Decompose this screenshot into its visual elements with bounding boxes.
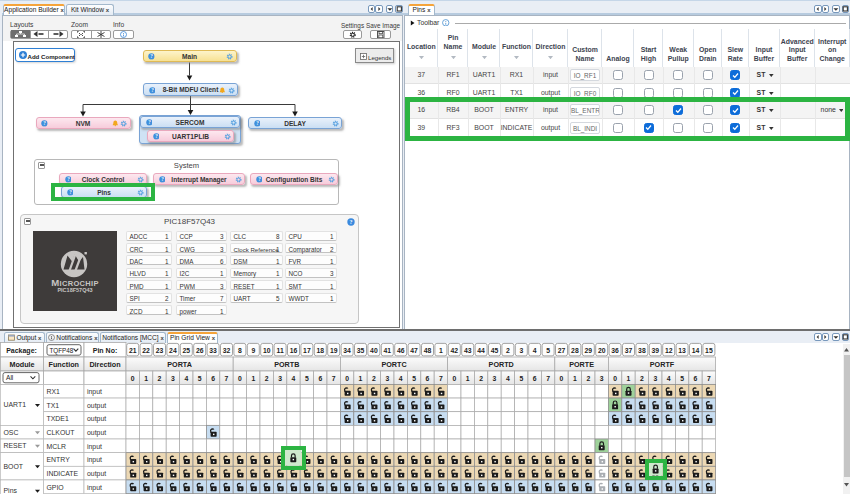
svg-text:5: 5 [198,375,202,382]
svg-text:input: input [87,388,102,396]
svg-text:6: 6 [426,375,430,382]
svg-text:3: 3 [493,375,497,382]
svg-text:27: 27 [558,347,566,354]
svg-text:43: 43 [464,347,472,354]
svg-text:17: 17 [303,347,311,354]
svg-text:6: 6 [694,375,698,382]
svg-text:0: 0 [345,375,349,382]
svg-text:36: 36 [611,347,619,354]
svg-text:6: 6 [318,375,322,382]
svg-text:25: 25 [183,347,191,354]
svg-text:PORTF: PORTF [650,360,675,369]
svg-text:Function: Function [49,360,79,369]
svg-text:RX1: RX1 [47,388,61,395]
svg-text:2: 2 [479,375,483,382]
svg-text:4: 4 [399,375,403,382]
svg-text:2: 2 [586,375,590,382]
svg-text:24: 24 [169,347,177,354]
svg-text:4: 4 [506,375,510,382]
svg-text:4: 4 [184,375,188,382]
svg-text:PORTB: PORTB [274,360,299,369]
svg-text:TXDE1: TXDE1 [47,415,69,422]
svg-text:TQFP48: TQFP48 [50,347,74,355]
svg-text:44: 44 [477,347,485,354]
svg-text:2: 2 [372,375,376,382]
svg-text:18: 18 [317,347,325,354]
svg-text:RESET: RESET [4,442,28,449]
svg-text:5: 5 [519,375,523,382]
svg-text:output: output [87,402,106,410]
svg-text:7: 7 [707,375,711,382]
svg-text:MCLR: MCLR [47,443,67,450]
svg-text:12: 12 [665,347,673,354]
svg-text:0: 0 [452,375,456,382]
svg-text:3: 3 [171,375,175,382]
svg-text:PORTD: PORTD [489,360,514,369]
svg-text:47: 47 [410,347,418,354]
svg-text:5: 5 [412,375,416,382]
svg-text:0: 0 [238,375,242,382]
svg-text:1: 1 [627,375,631,382]
svg-text:15: 15 [705,347,713,354]
svg-text:48: 48 [424,347,432,354]
svg-text:7: 7 [546,375,550,382]
svg-text:1: 1 [573,375,577,382]
svg-text:ENTRY: ENTRY [47,456,71,463]
svg-text:CLKOUT: CLKOUT [47,429,76,436]
svg-text:GPIO: GPIO [47,484,65,491]
svg-text:7: 7 [332,375,336,382]
svg-text:20: 20 [598,347,606,354]
svg-text:5: 5 [305,375,309,382]
svg-text:0: 0 [560,375,564,382]
svg-text:input: input [87,456,102,464]
svg-text:Package:: Package: [6,347,37,355]
svg-text:4: 4 [292,375,296,382]
svg-text:2: 2 [158,375,162,382]
svg-text:22: 22 [142,347,150,354]
svg-text:8: 8 [238,347,242,354]
svg-text:1: 1 [466,375,470,382]
svg-text:0: 0 [613,375,617,382]
svg-text:3: 3 [385,375,389,382]
svg-text:Pins: Pins [4,487,18,494]
svg-text:33: 33 [209,347,217,354]
svg-text:6: 6 [533,375,537,382]
svg-text:output: output [87,470,106,478]
svg-text:5: 5 [680,375,684,382]
svg-text:5: 5 [546,347,550,354]
svg-text:1: 1 [251,375,255,382]
svg-text:PORTA: PORTA [167,360,192,369]
svg-text:3: 3 [519,347,523,354]
svg-text:4: 4 [533,347,537,354]
svg-text:6: 6 [211,375,215,382]
svg-text:7: 7 [439,375,443,382]
svg-text:input: input [87,443,102,451]
svg-text:OSC: OSC [4,429,19,436]
svg-text:41: 41 [384,347,392,354]
svg-text:7: 7 [225,375,229,382]
svg-text:16: 16 [290,347,298,354]
svg-text:46: 46 [397,347,405,354]
svg-text:19: 19 [330,347,338,354]
svg-text:0: 0 [131,375,135,382]
svg-text:PORTC: PORTC [381,360,406,369]
svg-text:45: 45 [491,347,499,354]
svg-text:23: 23 [156,347,164,354]
svg-text:10: 10 [263,347,271,354]
svg-text:1: 1 [439,347,443,354]
svg-text:39: 39 [652,347,660,354]
svg-text:37: 37 [625,347,633,354]
svg-text:40: 40 [370,347,378,354]
svg-text:21: 21 [129,347,137,354]
svg-text:32: 32 [223,347,231,354]
svg-text:9: 9 [251,347,255,354]
svg-text:input: input [87,484,102,492]
svg-text:2: 2 [506,347,510,354]
svg-text:13: 13 [678,347,686,354]
svg-text:Pin No:: Pin No: [93,347,118,354]
svg-text:3: 3 [278,375,282,382]
svg-text:2: 2 [265,375,269,382]
svg-text:INDICATE: INDICATE [47,470,79,477]
svg-text:38: 38 [638,347,646,354]
svg-text:All: All [6,374,14,381]
